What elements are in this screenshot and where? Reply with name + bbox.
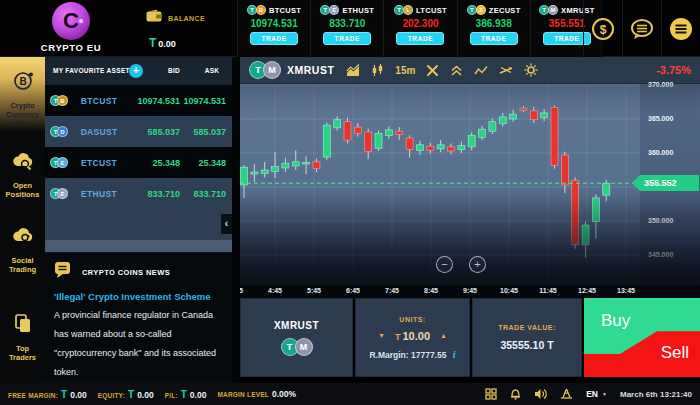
balance-value: T0.00: [149, 36, 216, 50]
collapse-panel-icon[interactable]: ‹: [221, 214, 232, 234]
ticker-price: 202.300: [402, 18, 438, 29]
ticker-tile-ETHUST: TEETHUST833.710TRADE: [310, 0, 383, 57]
indicators-icon[interactable]: [450, 64, 463, 77]
candle-33: [582, 225, 589, 245]
sidebar-item-label: Open Positions: [2, 181, 44, 199]
wallet-icon: [146, 9, 163, 27]
ticker-tile-BTCUST: TBBTCUST10974.531TRADE: [237, 0, 310, 57]
chart-toolbar: T M XMRUST 15m: [240, 57, 700, 84]
buy-button[interactable]: Buy: [601, 311, 630, 331]
order-pair-coins-icon: T M: [281, 338, 313, 356]
support-chat-icon[interactable]: [622, 0, 661, 57]
favourite-assets-panel: MY FAVOURITE ASSETS + BID ASK TBBTCUST10…: [45, 57, 232, 253]
candlestick-icon[interactable]: [371, 64, 384, 77]
candle-8: [323, 125, 330, 157]
zoom-out-button[interactable]: −: [436, 256, 453, 273]
candle-6: [303, 163, 310, 165]
menu-icon[interactable]: [661, 0, 700, 57]
coin-icon: D: [57, 126, 68, 137]
sidebar-item-open-positions[interactable]: Open Positions: [0, 140, 45, 210]
deposit-dollar-icon[interactable]: $: [583, 0, 622, 57]
zoom-in-button[interactable]: +: [469, 256, 486, 273]
favourite-row-ETHUST[interactable]: TEETHUST833.710833.710: [45, 178, 232, 209]
ticker-strip: TBBTCUST10974.531TRADETEETHUST833.710TRA…: [237, 0, 603, 57]
trade-button-ZECUST[interactable]: TRADE: [470, 32, 518, 45]
speaker-icon[interactable]: [534, 388, 547, 400]
time-tick-label: 6:45: [338, 287, 368, 294]
ticker-pair: TLLTCUST: [394, 5, 447, 15]
ticker-symbol: ETHUST: [342, 6, 374, 15]
ticker-price: 355.551: [549, 18, 585, 29]
candle-15: [396, 131, 403, 134]
favourites-title: MY FAVOURITE ASSETS: [53, 67, 134, 74]
candle-9: [334, 120, 341, 128]
units-stepper: ▼ T10.00 ▲: [378, 330, 447, 342]
current-price-tag: 355.552: [632, 175, 699, 191]
zigzag-icon[interactable]: [474, 65, 488, 76]
favourite-row-BTCUST[interactable]: TBBTCUST10974.53110974.531: [45, 85, 232, 116]
sell-button[interactable]: Sell: [584, 298, 700, 377]
ticker-price: 833.710: [329, 18, 365, 29]
area-chart-icon[interactable]: [346, 64, 360, 77]
candle-17: [416, 145, 423, 150]
favourites-scrollbar[interactable]: [45, 240, 232, 252]
candle-1: [251, 172, 258, 174]
coin-icon: B: [57, 95, 68, 106]
candle-12: [365, 132, 372, 152]
free-margin: FREE MARGIN: T 0.00: [8, 389, 87, 400]
trade-button-LTCUST[interactable]: TRADE: [396, 32, 444, 45]
candle-21: [458, 146, 465, 150]
coin-icon: M: [548, 5, 558, 15]
candle-31: [561, 155, 568, 185]
time-tick-label: 10:45: [494, 287, 524, 294]
units-decrease-icon[interactable]: ▼: [378, 332, 385, 339]
time-tick-label: 5:45: [299, 287, 329, 294]
candle-10: [344, 122, 351, 140]
news-headline[interactable]: 'Illegal' Crypto Investment Scheme: [54, 291, 223, 302]
price-tick-label: 345.000: [648, 251, 673, 258]
units-increase-icon[interactable]: ▲: [440, 332, 447, 339]
chart-plot-area[interactable]: [240, 84, 640, 285]
trade-value-label: TRADE VALUE:: [498, 324, 556, 331]
trendline-icon[interactable]: [499, 64, 513, 76]
crypto-trading-app: C CRYPTO EU BALANCE T0.00 TBBTCUST10974.…: [0, 0, 700, 405]
news-body: A provincial finance regulator in Canada…: [54, 306, 223, 382]
sidebar-item-crypto-currency-pairs[interactable]: BCrypto Currency Pairs: [0, 57, 45, 140]
margin-level: MARGIN LEVEL 0.00%: [217, 389, 296, 399]
candle-4: [282, 163, 289, 168]
info-icon[interactable]: i: [453, 349, 456, 360]
header-actions: $: [583, 0, 700, 57]
candlestick-chart[interactable]: [240, 84, 640, 285]
trade-button-ETHUST[interactable]: TRADE: [323, 32, 371, 45]
ticker-pair: TZZECUST: [467, 5, 521, 15]
units-value[interactable]: T10.00: [395, 330, 430, 342]
timeframe-selector[interactable]: 15m: [395, 65, 415, 76]
ticker-price: 386.938: [476, 18, 512, 29]
sidebar-item-social-trading[interactable]: Social Trading: [0, 210, 45, 290]
sidebar: BCrypto Currency PairsOpen PositionsSoci…: [0, 57, 45, 383]
chart-settings-icon[interactable]: [524, 63, 538, 77]
trade-button-BTCUST[interactable]: TRADE: [250, 32, 298, 45]
favourite-row-DASUST[interactable]: TDDASUST585.037585.037: [45, 116, 232, 147]
time-axis[interactable]: 3:454:455:456:457:458:459:4510:4511:4512…: [240, 285, 700, 298]
bell-icon[interactable]: [510, 388, 521, 400]
price-change-percent: -3.75%: [656, 64, 691, 76]
language-selector[interactable]: EN▼: [586, 389, 607, 399]
cone-icon[interactable]: [560, 388, 573, 400]
pair-coins-icon: T M: [249, 61, 281, 79]
drawing-tools-icon[interactable]: [426, 64, 439, 77]
order-symbol-cell: XMRUST T M: [240, 298, 353, 377]
time-tick-label: 4:45: [260, 287, 290, 294]
grid-icon[interactable]: [485, 388, 497, 400]
trade-value-cell: TRADE VALUE: 35555.10 T: [472, 298, 582, 377]
add-asset-button[interactable]: +: [129, 64, 143, 78]
time-tick-label: 9:45: [455, 287, 485, 294]
candle-13: [375, 133, 382, 148]
time-tick-label: 13:45: [611, 287, 641, 294]
sidebar-item-top-traders[interactable]: Top Traders: [0, 290, 45, 383]
candle-22: [468, 135, 475, 147]
bid-value: 10974.531: [130, 96, 180, 106]
news-panel: CRYPTO COINS NEWS 'Illegal' Crypto Inves…: [45, 253, 232, 383]
sidebar-item-label: Top Traders: [2, 344, 44, 362]
favourite-row-ETCUST[interactable]: TEETCUST25.34825.348: [45, 147, 232, 178]
